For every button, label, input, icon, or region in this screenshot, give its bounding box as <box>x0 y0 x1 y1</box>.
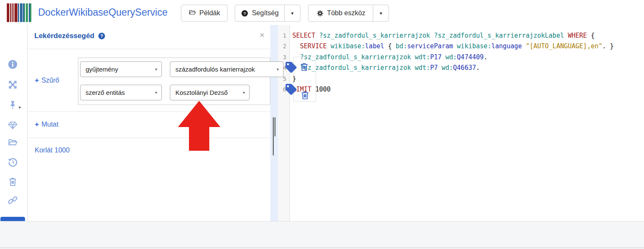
limit-value: 1000 <box>55 147 70 154</box>
filter-value-dropdown[interactable]: Kosztolányi Dezső▾ <box>170 85 250 100</box>
examples-button[interactable]: Példák <box>181 5 228 22</box>
help-dropdown-caret-button[interactable]: ▾ <box>284 5 300 22</box>
gem-icon[interactable] <box>8 120 18 130</box>
sparql-editor[interactable]: 123456 SELECT ?sz_zadfordul_s_karrierraj… <box>278 25 644 221</box>
trash-icon[interactable] <box>8 177 18 187</box>
help-button[interactable]: ? Segítség <box>235 5 285 22</box>
query-helper-title-label: Lekérdezéssegéd <box>34 32 94 40</box>
divider <box>28 138 270 138</box>
header: DockerWikibaseQueryService Példák ? Segí… <box>0 0 644 25</box>
help-button-label: Segítség <box>252 9 278 17</box>
sidebar: ▾ <box>0 25 28 221</box>
caret-down-icon: ▾ <box>277 67 279 72</box>
filter-value-value: Kosztolányi Dezső <box>175 89 228 96</box>
filter-row: gyűjtemény▾századfordulós karrierrajzok▾ <box>78 61 270 77</box>
svg-text:?: ? <box>100 33 103 39</box>
filter-property-dropdown[interactable]: gyűjtemény▾ <box>80 61 162 77</box>
code-line: } <box>292 74 644 84</box>
filter-value-value: századfordulós karrierrajzok <box>175 66 255 73</box>
help-circle-icon[interactable]: ? <box>98 32 105 40</box>
red-arrow-annotation <box>176 99 222 154</box>
more-tools-button[interactable]: Több eszköz <box>308 5 374 22</box>
more-tools-button-label: Több eszköz <box>327 9 366 17</box>
filter-property-dropdown[interactable]: szerző entitás▾ <box>80 85 162 100</box>
footer <box>0 221 644 247</box>
svg-text:?: ? <box>244 11 246 16</box>
divider <box>28 49 270 49</box>
add-filter-link[interactable]: + Szűrő <box>35 76 59 85</box>
code-line: SELECT ?sz_zadfordul_s_karrierrajzok ?sz… <box>292 30 644 41</box>
plus-icon: + <box>35 76 39 85</box>
history-icon[interactable] <box>8 157 18 167</box>
filter-row: szerző entitás▾Kosztolányi Dezső▾ <box>78 85 270 100</box>
expand-icon[interactable] <box>8 80 18 90</box>
caret-down-icon[interactable]: ▾ <box>19 105 21 110</box>
query-helper-title: Lekérdezéssegéd ? <box>34 32 105 40</box>
examples-button-label: Példák <box>200 9 220 17</box>
link-icon[interactable] <box>8 195 18 205</box>
wikibase-query-service-app: DockerWikibaseQueryService Példák ? Segí… <box>0 0 644 249</box>
gear-icon <box>316 10 324 17</box>
filter-property-value: gyűjtemény <box>86 66 118 73</box>
code-line: LIMIT 1000 <box>292 84 644 95</box>
logo-barcode <box>7 3 33 22</box>
limit-setting[interactable]: Korlát 1000 <box>35 147 69 154</box>
delete-limit-icon[interactable] <box>300 89 310 103</box>
caret-down-icon: ▾ <box>380 11 382 16</box>
caret-down-icon: ▾ <box>155 67 157 72</box>
close-icon[interactable]: × <box>260 31 264 39</box>
delete-triple-icon[interactable] <box>299 61 309 74</box>
code-lines: SELECT ?sz_zadfordul_s_karrierrajzok ?sz… <box>278 25 644 95</box>
plus-icon: + <box>35 120 39 129</box>
caret-down-icon: ▾ <box>155 90 157 95</box>
code-line: SERVICE wikibase:label { bd:serviceParam… <box>292 41 644 52</box>
filter-value-dropdown[interactable]: századfordulós karrierrajzok▾ <box>170 61 283 77</box>
add-show-link[interactable]: + Mutat <box>35 120 58 129</box>
caret-down-icon: ▾ <box>243 90 245 95</box>
folder-open-icon <box>189 8 196 18</box>
panel-resize-handle[interactable] <box>273 117 277 136</box>
app-title: DockerWikibaseQueryService <box>38 7 167 18</box>
info-icon[interactable] <box>8 59 18 69</box>
divider <box>28 111 270 112</box>
show-label: Mutat <box>42 121 58 128</box>
filter-property-value: szerző entitás <box>86 89 125 96</box>
tag-icon[interactable] <box>286 62 297 75</box>
tag-icon[interactable] <box>286 84 297 97</box>
limit-label: Korlát <box>35 147 53 154</box>
filter-rows: gyűjtemény▾századfordulós karrierrajzok▾… <box>78 58 270 105</box>
footer-bottom-strip <box>0 247 644 249</box>
query-helper-panel: Lekérdezéssegéd ? × + Szűrő gyűjtemény▾s… <box>28 25 270 221</box>
caret-down-icon: ▾ <box>291 11 294 16</box>
folder-open-icon[interactable] <box>8 137 18 147</box>
code-line: ?sz_zadfordul_s_karrierrajzok wdt:P17 wd… <box>292 52 644 63</box>
more-tools-dropdown-caret-button[interactable]: ▾ <box>373 5 389 22</box>
code-line: ?sz_zadfordul_s_karrierrajzok wdt:P7 wd:… <box>292 63 644 73</box>
help-circle-icon: ? <box>241 10 248 17</box>
pin-icon[interactable] <box>8 100 18 110</box>
filter-label: Szűrő <box>42 77 59 84</box>
